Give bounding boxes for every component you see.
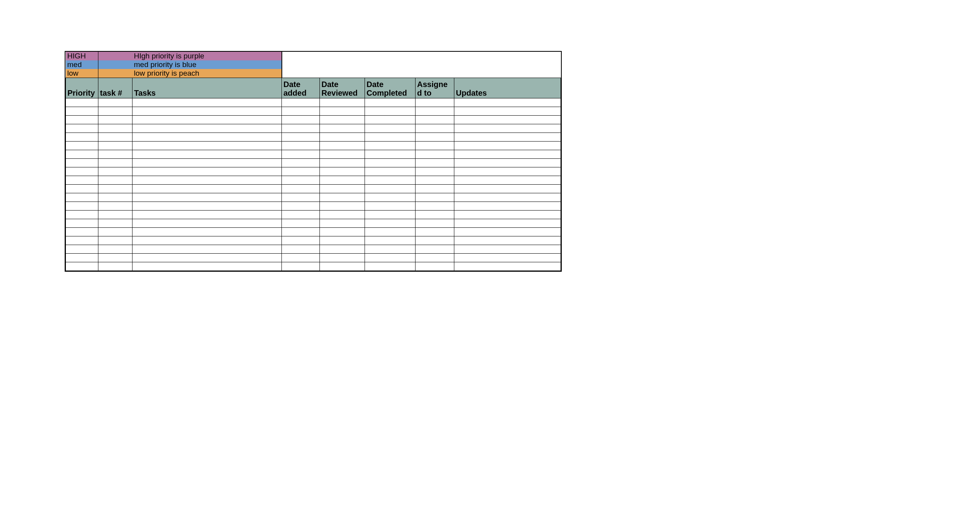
cell-daterev[interactable] <box>320 176 365 185</box>
cell-updates[interactable] <box>454 150 561 159</box>
cell-updates[interactable] <box>454 202 561 211</box>
cell-datecomp[interactable] <box>365 219 416 228</box>
cell-priority[interactable] <box>66 116 98 124</box>
cell-priority[interactable] <box>66 193 98 202</box>
cell-datecomp[interactable] <box>365 254 416 262</box>
cell-assign[interactable] <box>416 228 454 236</box>
cell-updates[interactable] <box>454 98 561 107</box>
cell-dateadd[interactable] <box>282 124 320 133</box>
cell-tasks[interactable] <box>132 176 282 185</box>
cell-tasknum[interactable] <box>98 211 132 219</box>
cell-datecomp[interactable] <box>365 124 416 133</box>
cell-tasknum[interactable] <box>98 159 132 167</box>
cell-tasknum[interactable] <box>98 202 132 211</box>
cell-daterev[interactable] <box>320 262 365 271</box>
cell-datecomp[interactable] <box>365 185 416 193</box>
cell-updates[interactable] <box>454 245 561 254</box>
cell-tasks[interactable] <box>132 133 282 142</box>
cell-tasks[interactable] <box>132 159 282 167</box>
cell-assign[interactable] <box>416 107 454 116</box>
cell-daterev[interactable] <box>320 254 365 262</box>
cell-tasknum[interactable] <box>98 142 132 150</box>
cell-priority[interactable] <box>66 150 98 159</box>
cell-updates[interactable] <box>454 219 561 228</box>
cell-tasks[interactable] <box>132 219 282 228</box>
cell-daterev[interactable] <box>320 211 365 219</box>
cell-datecomp[interactable] <box>365 176 416 185</box>
cell-assign[interactable] <box>416 236 454 245</box>
cell-tasknum[interactable] <box>98 245 132 254</box>
cell-daterev[interactable] <box>320 124 365 133</box>
cell-updates[interactable] <box>454 107 561 116</box>
header-date-added[interactable]: Date added <box>282 78 320 98</box>
cell-dateadd[interactable] <box>282 219 320 228</box>
cell-tasks[interactable] <box>132 254 282 262</box>
cell-tasknum[interactable] <box>98 98 132 107</box>
cell-tasks[interactable] <box>132 262 282 271</box>
cell-datecomp[interactable] <box>365 133 416 142</box>
cell-tasks[interactable] <box>132 185 282 193</box>
cell-updates[interactable] <box>454 167 561 176</box>
cell-tasks[interactable] <box>132 167 282 176</box>
cell-updates[interactable] <box>454 254 561 262</box>
cell-dateadd[interactable] <box>282 142 320 150</box>
cell-assign[interactable] <box>416 159 454 167</box>
cell-assign[interactable] <box>416 185 454 193</box>
cell-daterev[interactable] <box>320 202 365 211</box>
cell-datecomp[interactable] <box>365 142 416 150</box>
cell-tasknum[interactable] <box>98 133 132 142</box>
cell-priority[interactable] <box>66 236 98 245</box>
cell-dateadd[interactable] <box>282 116 320 124</box>
cell-daterev[interactable] <box>320 116 365 124</box>
header-task-number[interactable]: task # <box>98 78 132 98</box>
header-date-completed[interactable]: Date Completed <box>365 78 416 98</box>
cell-assign[interactable] <box>416 150 454 159</box>
cell-dateadd[interactable] <box>282 98 320 107</box>
header-updates[interactable]: Updates <box>454 78 561 98</box>
cell-daterev[interactable] <box>320 185 365 193</box>
cell-dateadd[interactable] <box>282 176 320 185</box>
cell-daterev[interactable] <box>320 107 365 116</box>
cell-tasks[interactable] <box>132 124 282 133</box>
cell-datecomp[interactable] <box>365 228 416 236</box>
cell-daterev[interactable] <box>320 193 365 202</box>
cell-dateadd[interactable] <box>282 228 320 236</box>
cell-assign[interactable] <box>416 176 454 185</box>
cell-tasks[interactable] <box>132 236 282 245</box>
cell-assign[interactable] <box>416 142 454 150</box>
cell-datecomp[interactable] <box>365 211 416 219</box>
cell-updates[interactable] <box>454 193 561 202</box>
cell-priority[interactable] <box>66 228 98 236</box>
cell-dateadd[interactable] <box>282 202 320 211</box>
cell-priority[interactable] <box>66 107 98 116</box>
cell-assign[interactable] <box>416 211 454 219</box>
cell-assign[interactable] <box>416 167 454 176</box>
cell-priority[interactable] <box>66 254 98 262</box>
cell-priority[interactable] <box>66 176 98 185</box>
cell-tasknum[interactable] <box>98 116 132 124</box>
cell-tasknum[interactable] <box>98 236 132 245</box>
cell-daterev[interactable] <box>320 133 365 142</box>
cell-priority[interactable] <box>66 202 98 211</box>
cell-tasks[interactable] <box>132 245 282 254</box>
cell-tasks[interactable] <box>132 98 282 107</box>
cell-tasknum[interactable] <box>98 254 132 262</box>
cell-daterev[interactable] <box>320 98 365 107</box>
cell-assign[interactable] <box>416 254 454 262</box>
cell-tasks[interactable] <box>132 211 282 219</box>
cell-tasknum[interactable] <box>98 185 132 193</box>
cell-daterev[interactable] <box>320 219 365 228</box>
cell-daterev[interactable] <box>320 150 365 159</box>
cell-datecomp[interactable] <box>365 116 416 124</box>
cell-dateadd[interactable] <box>282 185 320 193</box>
cell-assign[interactable] <box>416 262 454 271</box>
cell-dateadd[interactable] <box>282 193 320 202</box>
header-priority[interactable]: Priority <box>66 78 98 98</box>
cell-tasknum[interactable] <box>98 193 132 202</box>
cell-tasks[interactable] <box>132 150 282 159</box>
cell-daterev[interactable] <box>320 142 365 150</box>
cell-tasks[interactable] <box>132 142 282 150</box>
cell-tasknum[interactable] <box>98 176 132 185</box>
cell-datecomp[interactable] <box>365 167 416 176</box>
cell-priority[interactable] <box>66 262 98 271</box>
